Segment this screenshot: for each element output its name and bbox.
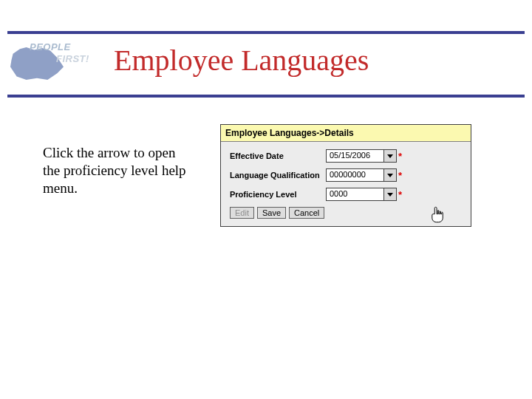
dropdown-proficiency-level[interactable] <box>383 188 397 201</box>
instruction-text: Click the arrow to open the proficiency … <box>43 144 191 197</box>
logo-text-line2: FIRST! <box>56 53 89 64</box>
field-proficiency-level[interactable]: 0000 <box>326 188 383 201</box>
label-language-qualification: Language Qualification <box>230 171 326 180</box>
rule-top <box>7 31 525 34</box>
slide: PEOPLE FIRST! Employee Languages Click t… <box>0 0 532 399</box>
field-language-qualification[interactable]: 00000000 <box>326 168 383 182</box>
required-marker: * <box>398 151 402 162</box>
page-title: Employee Languages <box>114 43 369 78</box>
panel-body: Effective Date 05/15/2006 * Language Qua… <box>221 142 471 226</box>
label-proficiency-level: Proficiency Level <box>230 190 326 199</box>
panel-button-row: Edit Save Cancel <box>230 207 465 219</box>
logo-text-line1: PEOPLE <box>30 41 71 52</box>
save-button[interactable]: Save <box>257 207 286 219</box>
details-panel: Employee Languages->Details Effective Da… <box>220 124 471 227</box>
row-language-qualification: Language Qualification 00000000 * <box>230 168 465 182</box>
row-proficiency-level: Proficiency Level 0000 * <box>230 188 465 201</box>
chevron-down-icon <box>387 154 393 158</box>
required-marker: * <box>398 170 402 181</box>
required-marker: * <box>398 189 402 200</box>
chevron-down-icon <box>387 174 393 177</box>
label-effective-date: Effective Date <box>230 151 326 160</box>
panel-breadcrumb: Employee Languages->Details <box>221 125 471 142</box>
edit-button: Edit <box>230 207 254 219</box>
logo: PEOPLE FIRST! <box>10 38 93 80</box>
cancel-button[interactable]: Cancel <box>289 207 324 219</box>
rule-bottom <box>7 95 525 98</box>
dropdown-language-qualification[interactable] <box>383 168 397 182</box>
field-effective-date[interactable]: 05/15/2006 <box>326 149 383 163</box>
chevron-down-icon <box>387 193 393 197</box>
row-effective-date: Effective Date 05/15/2006 * <box>230 149 465 163</box>
dropdown-effective-date[interactable] <box>383 149 397 163</box>
